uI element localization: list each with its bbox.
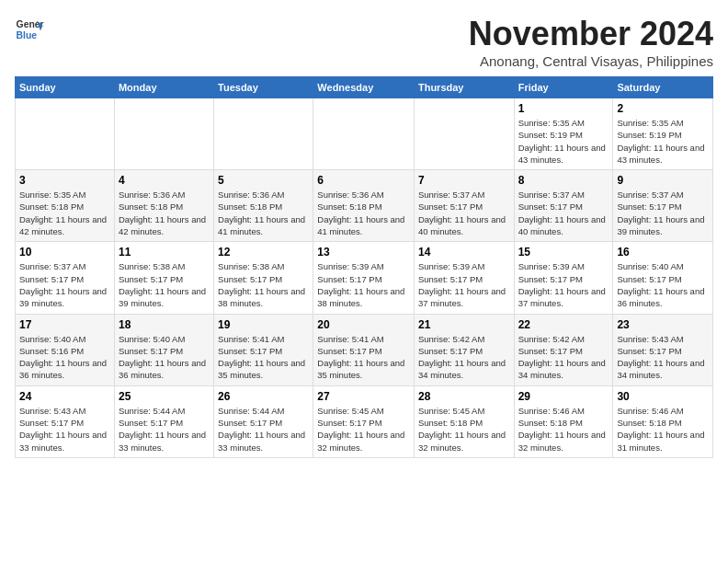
calendar-cell: 23Sunrise: 5:43 AM Sunset: 5:17 PM Dayli… xyxy=(613,314,713,385)
calendar-cell: 10Sunrise: 5:37 AM Sunset: 5:17 PM Dayli… xyxy=(16,242,115,314)
calendar-cell: 22Sunrise: 5:42 AM Sunset: 5:17 PM Dayli… xyxy=(514,314,613,385)
day-info: Sunrise: 5:42 AM Sunset: 5:17 PM Dayligh… xyxy=(418,333,510,382)
calendar-cell: 24Sunrise: 5:43 AM Sunset: 5:17 PM Dayli… xyxy=(16,385,115,457)
day-info: Sunrise: 5:44 AM Sunset: 5:17 PM Dayligh… xyxy=(119,405,210,454)
calendar-cell: 7Sunrise: 5:37 AM Sunset: 5:17 PM Daylig… xyxy=(414,170,514,242)
weekday-header-cell: Monday xyxy=(114,77,213,98)
day-number: 28 xyxy=(418,390,510,403)
calendar-cell: 11Sunrise: 5:38 AM Sunset: 5:17 PM Dayli… xyxy=(114,242,213,314)
day-number: 3 xyxy=(19,174,110,187)
calendar-cell: 30Sunrise: 5:46 AM Sunset: 5:18 PM Dayli… xyxy=(613,385,713,457)
calendar-cell: 27Sunrise: 5:45 AM Sunset: 5:17 PM Dayli… xyxy=(313,385,415,457)
day-number: 7 xyxy=(418,174,510,187)
svg-text:Blue: Blue xyxy=(17,30,38,40)
day-info: Sunrise: 5:35 AM Sunset: 5:18 PM Dayligh… xyxy=(19,189,110,237)
calendar-cell: 8Sunrise: 5:37 AM Sunset: 5:17 PM Daylig… xyxy=(514,170,613,242)
day-info: Sunrise: 5:38 AM Sunset: 5:17 PM Dayligh… xyxy=(119,260,210,309)
day-info: Sunrise: 5:42 AM Sunset: 5:17 PM Dayligh… xyxy=(518,333,609,382)
day-info: Sunrise: 5:37 AM Sunset: 5:17 PM Dayligh… xyxy=(518,189,609,237)
calendar-cell: 13Sunrise: 5:39 AM Sunset: 5:17 PM Dayli… xyxy=(313,242,415,314)
calendar-cell: 18Sunrise: 5:40 AM Sunset: 5:17 PM Dayli… xyxy=(114,314,213,385)
day-number: 25 xyxy=(119,390,210,403)
day-info: Sunrise: 5:36 AM Sunset: 5:18 PM Dayligh… xyxy=(218,189,309,237)
calendar-cell: 5Sunrise: 5:36 AM Sunset: 5:18 PM Daylig… xyxy=(214,170,313,242)
day-info: Sunrise: 5:38 AM Sunset: 5:17 PM Dayligh… xyxy=(218,260,309,309)
day-number: 4 xyxy=(119,174,210,187)
calendar-cell: 12Sunrise: 5:38 AM Sunset: 5:17 PM Dayli… xyxy=(214,242,313,314)
calendar-cell: 20Sunrise: 5:41 AM Sunset: 5:17 PM Dayli… xyxy=(313,314,415,385)
weekday-header-cell: Friday xyxy=(514,77,613,98)
day-info: Sunrise: 5:46 AM Sunset: 5:18 PM Dayligh… xyxy=(518,405,609,454)
day-number: 9 xyxy=(617,174,709,187)
calendar-cell: 9Sunrise: 5:37 AM Sunset: 5:17 PM Daylig… xyxy=(613,170,713,242)
calendar-cell: 2Sunrise: 5:35 AM Sunset: 5:19 PM Daylig… xyxy=(613,98,713,170)
day-info: Sunrise: 5:37 AM Sunset: 5:17 PM Dayligh… xyxy=(19,260,110,309)
calendar-cell: 21Sunrise: 5:42 AM Sunset: 5:17 PM Dayli… xyxy=(414,314,514,385)
day-number: 29 xyxy=(518,390,609,403)
calendar-cell: 29Sunrise: 5:46 AM Sunset: 5:18 PM Dayli… xyxy=(514,385,613,457)
weekday-header-cell: Saturday xyxy=(613,77,713,98)
day-info: Sunrise: 5:40 AM Sunset: 5:17 PM Dayligh… xyxy=(119,333,210,382)
day-info: Sunrise: 5:36 AM Sunset: 5:18 PM Dayligh… xyxy=(119,189,210,237)
day-number: 13 xyxy=(317,246,410,259)
day-info: Sunrise: 5:36 AM Sunset: 5:18 PM Dayligh… xyxy=(317,189,410,237)
day-number: 14 xyxy=(418,246,510,259)
calendar-cell: 4Sunrise: 5:36 AM Sunset: 5:18 PM Daylig… xyxy=(114,170,213,242)
day-number: 24 xyxy=(19,390,110,403)
weekday-header-cell: Tuesday xyxy=(214,77,313,98)
day-number: 15 xyxy=(518,246,609,259)
logo: General Blue xyxy=(15,15,44,44)
calendar-week-row: 10Sunrise: 5:37 AM Sunset: 5:17 PM Dayli… xyxy=(16,242,713,314)
calendar-table: SundayMondayTuesdayWednesdayThursdayFrid… xyxy=(15,76,713,458)
day-info: Sunrise: 5:43 AM Sunset: 5:17 PM Dayligh… xyxy=(19,405,110,454)
calendar-cell xyxy=(16,98,115,170)
calendar-cell xyxy=(114,98,213,170)
day-number: 23 xyxy=(617,318,709,331)
day-info: Sunrise: 5:37 AM Sunset: 5:17 PM Dayligh… xyxy=(617,189,709,237)
calendar-week-row: 24Sunrise: 5:43 AM Sunset: 5:17 PM Dayli… xyxy=(16,385,713,457)
calendar-week-row: 17Sunrise: 5:40 AM Sunset: 5:16 PM Dayli… xyxy=(16,314,713,385)
day-info: Sunrise: 5:41 AM Sunset: 5:17 PM Dayligh… xyxy=(218,333,309,382)
day-info: Sunrise: 5:43 AM Sunset: 5:17 PM Dayligh… xyxy=(617,333,709,382)
day-info: Sunrise: 5:45 AM Sunset: 5:18 PM Dayligh… xyxy=(418,405,510,454)
calendar-cell: 28Sunrise: 5:45 AM Sunset: 5:18 PM Dayli… xyxy=(414,385,514,457)
day-number: 20 xyxy=(317,318,410,331)
day-number: 6 xyxy=(317,174,410,187)
calendar-cell: 14Sunrise: 5:39 AM Sunset: 5:17 PM Dayli… xyxy=(414,242,514,314)
day-number: 5 xyxy=(218,174,309,187)
day-info: Sunrise: 5:39 AM Sunset: 5:17 PM Dayligh… xyxy=(418,260,510,309)
day-info: Sunrise: 5:44 AM Sunset: 5:17 PM Dayligh… xyxy=(218,405,309,454)
calendar-cell: 16Sunrise: 5:40 AM Sunset: 5:17 PM Dayli… xyxy=(613,242,713,314)
day-number: 26 xyxy=(218,390,309,403)
weekday-header-row: SundayMondayTuesdayWednesdayThursdayFrid… xyxy=(16,77,713,98)
day-number: 17 xyxy=(19,318,110,331)
title-block: November 2024 Anonang, Central Visayas, … xyxy=(469,15,713,69)
day-info: Sunrise: 5:40 AM Sunset: 5:17 PM Dayligh… xyxy=(617,260,709,309)
day-number: 10 xyxy=(19,246,110,259)
calendar-cell: 6Sunrise: 5:36 AM Sunset: 5:18 PM Daylig… xyxy=(313,170,415,242)
logo-icon: General Blue xyxy=(15,15,44,44)
day-info: Sunrise: 5:40 AM Sunset: 5:16 PM Dayligh… xyxy=(19,333,110,382)
day-info: Sunrise: 5:39 AM Sunset: 5:17 PM Dayligh… xyxy=(518,260,609,309)
day-number: 18 xyxy=(119,318,210,331)
day-info: Sunrise: 5:45 AM Sunset: 5:17 PM Dayligh… xyxy=(317,405,410,454)
day-info: Sunrise: 5:35 AM Sunset: 5:19 PM Dayligh… xyxy=(617,117,709,166)
calendar-cell xyxy=(414,98,514,170)
weekday-header-cell: Thursday xyxy=(414,77,514,98)
calendar-cell: 19Sunrise: 5:41 AM Sunset: 5:17 PM Dayli… xyxy=(214,314,313,385)
weekday-header-cell: Wednesday xyxy=(313,77,415,98)
calendar-cell: 15Sunrise: 5:39 AM Sunset: 5:17 PM Dayli… xyxy=(514,242,613,314)
calendar-cell: 3Sunrise: 5:35 AM Sunset: 5:18 PM Daylig… xyxy=(16,170,115,242)
header: General Blue November 2024 Anonang, Cent… xyxy=(15,15,713,69)
day-info: Sunrise: 5:46 AM Sunset: 5:18 PM Dayligh… xyxy=(617,405,709,454)
calendar-cell: 1Sunrise: 5:35 AM Sunset: 5:19 PM Daylig… xyxy=(514,98,613,170)
day-number: 30 xyxy=(617,390,709,403)
day-number: 16 xyxy=(617,246,709,259)
calendar-week-row: 1Sunrise: 5:35 AM Sunset: 5:19 PM Daylig… xyxy=(16,98,713,170)
day-number: 2 xyxy=(617,102,709,115)
day-number: 1 xyxy=(518,102,609,115)
day-number: 19 xyxy=(218,318,309,331)
day-number: 8 xyxy=(518,174,609,187)
day-number: 12 xyxy=(218,246,309,259)
weekday-header-cell: Sunday xyxy=(16,77,115,98)
